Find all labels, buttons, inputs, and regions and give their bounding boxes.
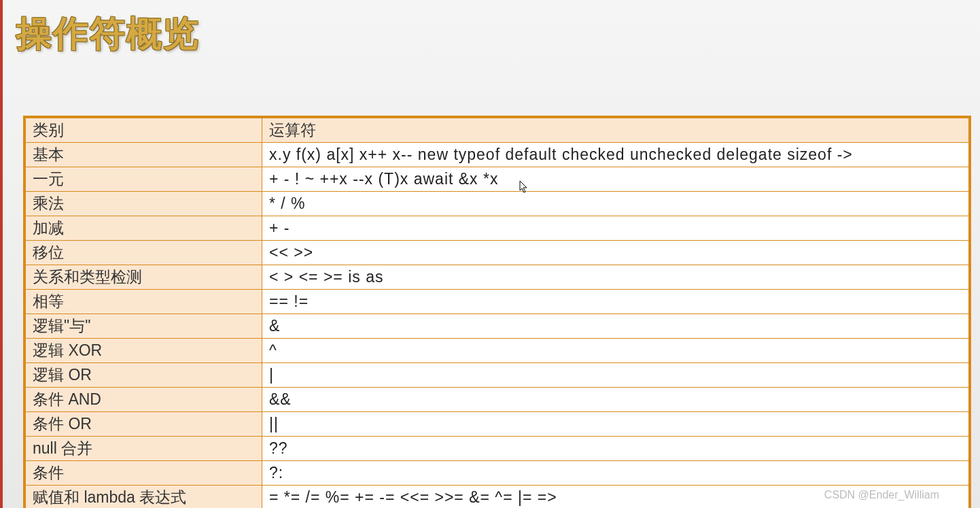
operators-cell: * / % — [262, 192, 969, 216]
category-cell: 加减 — [26, 216, 262, 241]
operators-cell: < > <= >= is as — [262, 265, 969, 290]
table-row: 条件 OR|| — [26, 412, 969, 437]
watermark: CSDN @Ender_William — [824, 489, 939, 501]
header-category: 类别 — [26, 118, 262, 143]
operators-cell: << >> — [262, 241, 969, 265]
category-cell: 一元 — [26, 167, 262, 192]
page-title: 操作符概览 — [16, 10, 200, 58]
operators-cell: | — [262, 363, 969, 388]
category-cell: 移位 — [26, 241, 262, 265]
operator-table-container: 类别 运算符 基本x.y f(x) a[x] x++ x-- new typeo… — [23, 116, 971, 508]
operators-cell: == != — [262, 290, 969, 314]
category-cell: 基本 — [26, 143, 262, 167]
operators-cell: + - — [262, 216, 969, 241]
category-cell: 条件 AND — [26, 388, 262, 412]
category-cell: 条件 OR — [26, 412, 262, 437]
table-row: 条件?: — [26, 461, 969, 486]
table-row: 移位<< >> — [26, 241, 969, 265]
category-cell: 相等 — [26, 290, 262, 314]
operators-cell: x.y f(x) a[x] x++ x-- new typeof default… — [262, 143, 969, 167]
operators-cell: + - ! ~ ++x --x (T)x await &x *x — [262, 167, 969, 192]
category-cell: 赋值和 lambda 表达式 — [26, 486, 262, 509]
table-row: 基本x.y f(x) a[x] x++ x-- new typeof defau… — [26, 143, 969, 167]
table-row: 逻辑 XOR^ — [26, 339, 969, 363]
category-cell: 逻辑"与" — [26, 314, 262, 339]
operators-cell: & — [262, 314, 969, 339]
table-row: null 合并?? — [26, 437, 969, 461]
operators-cell: && — [262, 388, 969, 412]
table-row: 条件 AND&& — [26, 388, 969, 412]
header-operator: 运算符 — [262, 118, 969, 143]
operators-cell: || — [262, 412, 969, 437]
category-cell: null 合并 — [26, 437, 262, 461]
category-cell: 逻辑 XOR — [26, 339, 262, 363]
table-row: 相等== != — [26, 290, 969, 314]
table-row: 关系和类型检测< > <= >= is as — [26, 265, 969, 290]
table-row: 逻辑"与"& — [26, 314, 969, 339]
category-cell: 关系和类型检测 — [26, 265, 262, 290]
category-cell: 乘法 — [26, 192, 262, 216]
table-header-row: 类别 运算符 — [26, 118, 969, 143]
category-cell: 条件 — [26, 461, 262, 486]
operators-cell: ^ — [262, 339, 969, 363]
table-row: 乘法* / % — [26, 192, 969, 216]
operators-cell: ?: — [262, 461, 969, 486]
category-cell: 逻辑 OR — [26, 363, 262, 388]
operators-cell: ?? — [262, 437, 969, 461]
table-row: 逻辑 OR| — [26, 363, 969, 388]
table-row: 一元+ - ! ~ ++x --x (T)x await &x *x — [26, 167, 969, 192]
table-row: 加减+ - — [26, 216, 969, 241]
operator-table: 类别 运算符 基本x.y f(x) a[x] x++ x-- new typeo… — [25, 118, 969, 508]
